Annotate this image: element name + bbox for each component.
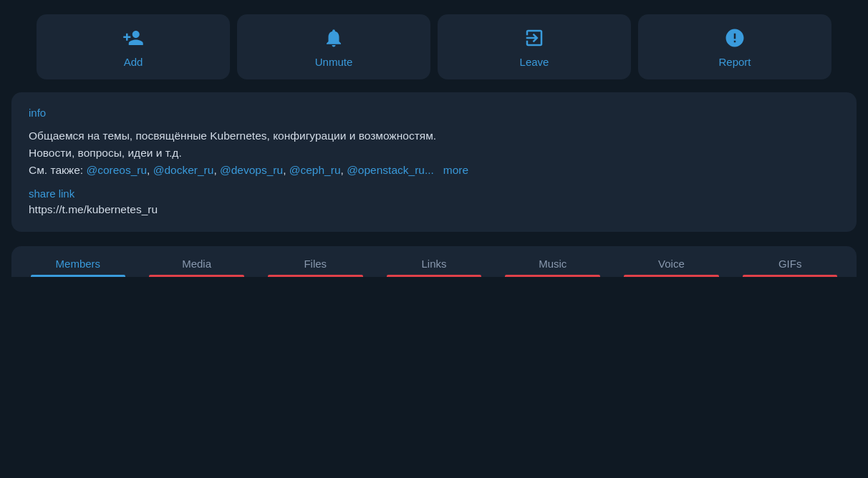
tab-members-indicator [31, 275, 126, 277]
action-buttons-row: Add Unmute Leave Rep [11, 14, 857, 79]
tab-gifs-label: GIFs [778, 258, 802, 270]
tab-music-indicator [505, 275, 600, 277]
tab-media-label: Media [182, 258, 211, 270]
info-description: Общаемся на темы, посвящённые Kubernetes… [29, 127, 839, 179]
tab-links-indicator [387, 275, 482, 277]
bell-icon [323, 27, 344, 49]
tab-files-indicator [268, 275, 363, 277]
tab-voice-label: Voice [658, 258, 685, 270]
tab-gifs-indicator [743, 275, 838, 277]
tab-links[interactable]: Links [375, 246, 493, 277]
leave-button[interactable]: Leave [438, 14, 631, 79]
report-button[interactable]: Report [638, 14, 831, 79]
tab-gifs[interactable]: GIFs [730, 246, 849, 277]
mention-openstack[interactable]: @openstack_ru... [347, 164, 434, 176]
tab-voice[interactable]: Voice [612, 246, 731, 277]
more-link[interactable]: more [443, 164, 468, 176]
add-button-label: Add [124, 56, 143, 68]
tab-files[interactable]: Files [256, 246, 375, 277]
mention-docker[interactable]: @docker_ru [153, 164, 214, 176]
mention-coreos[interactable]: @coreos_ru [86, 164, 147, 176]
tab-music[interactable]: Music [493, 246, 612, 277]
description-line3-prefix: См. также: [29, 164, 86, 176]
tab-members[interactable]: Members [19, 246, 138, 277]
tab-voice-indicator [624, 275, 719, 277]
tab-files-label: Files [304, 258, 327, 270]
tab-media[interactable]: Media [138, 246, 256, 277]
tab-members-label: Members [56, 258, 101, 270]
add-button[interactable]: Add [37, 14, 230, 79]
leave-icon [524, 27, 545, 49]
unmute-button-label: Unmute [315, 56, 353, 68]
info-section-label: info [29, 107, 839, 119]
share-link-url[interactable]: https://t.me/kubernetes_ru [29, 203, 839, 216]
report-button-label: Report [718, 56, 751, 68]
description-line2: Новости, вопросы, идеи и т.д. [29, 147, 182, 159]
page-container: Add Unmute Leave Rep [0, 0, 868, 478]
mention-ceph[interactable]: @ceph_ru [289, 164, 341, 176]
share-link-section: share link https://t.me/kubernetes_ru [29, 187, 839, 216]
leave-button-label: Leave [520, 56, 549, 68]
tabs-row: Members Media Files Links Music Voice GI… [11, 246, 857, 277]
add-user-icon [122, 27, 144, 49]
tab-media-indicator [149, 275, 244, 277]
share-link-label: share link [29, 187, 839, 200]
unmute-button[interactable]: Unmute [237, 14, 430, 79]
report-icon [724, 27, 746, 49]
tab-music-label: Music [539, 258, 566, 270]
tab-links-label: Links [422, 258, 447, 270]
info-card: info Общаемся на темы, посвящённые Kuber… [11, 92, 857, 232]
description-line1: Общаемся на темы, посвящённые Kubernetes… [29, 130, 436, 142]
mention-devops[interactable]: @devops_ru [220, 164, 283, 176]
